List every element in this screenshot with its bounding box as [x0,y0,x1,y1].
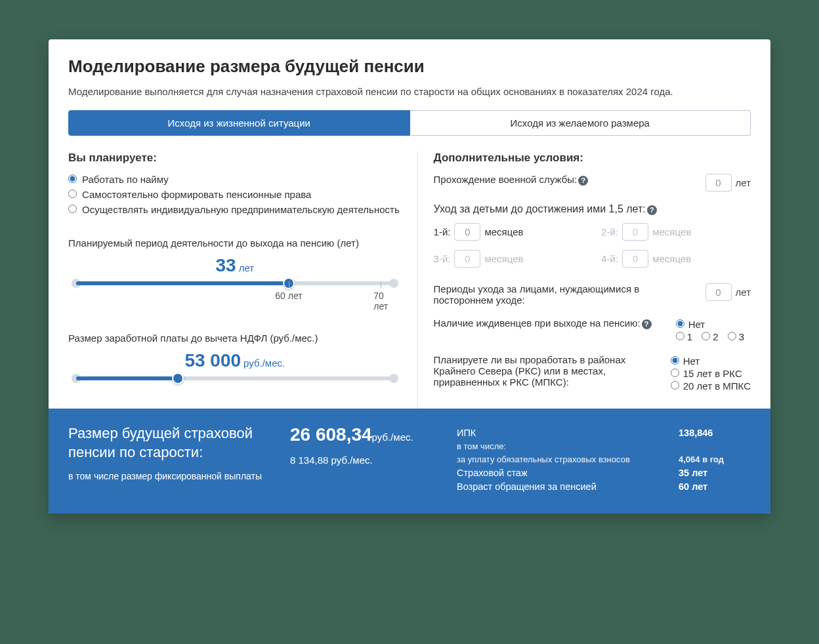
dep-2[interactable]: 2 [702,331,718,342]
result-title: Размер будущей страховой пенсии по старо… [68,424,272,462]
tab-desired-amount[interactable]: Исходя из желаемого размера [410,110,751,136]
plan-radios: Работать по найму Самостоятельно формиро… [68,174,402,215]
stazh-label: Страховой стаж [457,468,679,478]
mode-tabs: Исходя из жизненной ситуации Исходя из ж… [68,110,751,136]
child-4: 4-й:месяцев [601,250,751,268]
slider-max-icon [389,374,398,383]
result-panel: Размер будущей страховой пенсии по старо… [49,409,770,513]
contrib-value: 4,064 в год [679,454,751,464]
period-label: Планируемый период деятельности до выход… [68,237,402,249]
plan-radio-2[interactable] [68,190,77,198]
child-4-input[interactable] [622,250,648,268]
child-2: 2-й:месяцев [601,223,751,241]
child-1-input[interactable] [454,223,480,241]
mark-60: 60 лет [275,291,302,301]
age-label: Возраст обращения за пенсией [457,481,679,492]
dep-no[interactable]: Нет [676,319,751,330]
help-icon[interactable]: ? [642,319,652,329]
right-column: Дополнительные условия: Прохождение воен… [417,151,751,409]
childcare-label: Уход за детьми до достижения ими 1,5 лет… [434,203,751,215]
salary-label: Размер заработной платы до вычета НДФЛ (… [68,332,402,344]
stazh-value: 35 лет [679,468,751,478]
period-value: 33лет [68,255,402,276]
north-no[interactable]: Нет [671,355,751,367]
age-value: 60 лет [679,481,751,492]
care-label: Периоды ухода за лицами, нуждающимися в … [434,283,705,306]
salary-thumb[interactable] [172,372,184,384]
left-column: Вы планируете: Работать по найму Самосто… [68,151,417,409]
north-15[interactable]: 15 лет в РКС [671,368,751,379]
mark-70: 70 лет [373,291,388,312]
child-3: 3-й:месяцев [434,250,583,268]
help-icon[interactable]: ? [647,205,657,215]
contrib-label: за уплату обязательных страховых взносов [457,454,679,464]
result-fixed-value: 8 134,88 руб./мес. [290,454,413,466]
north-label: Планируете ли вы проработать в районах К… [434,354,671,388]
plan-opt-self[interactable]: Самостоятельно формировать пенсионные пр… [68,189,402,200]
plan-radio-3[interactable] [68,205,77,213]
result-fixed-label: в том числе размер фиксированной выплаты [68,471,272,481]
military-label: Прохождение военной службы:? [434,174,705,186]
result-amount: 26 608,34руб./мес. [290,424,413,445]
tab-life-situation[interactable]: Исходя из жизненной ситуации [68,110,410,136]
dependents-label: Наличие иждивенцев при выходе на пенсию:… [434,317,676,329]
slider-max-icon [389,279,398,288]
salary-value: 53 000руб./мес. [68,350,402,371]
dep-3[interactable]: 3 [728,331,744,342]
ipk-value: 138,846 [679,428,751,438]
military-input[interactable] [705,174,732,191]
plan-opt-entrepreneur[interactable]: Осуществлять индивидуальную предпринимат… [68,204,402,215]
page-title: Моделирование размера будущей пенсии [68,56,751,77]
extra-heading: Дополнительные условия: [434,151,751,165]
plan-radio-1[interactable] [68,174,77,183]
plan-heading: Вы планируете: [68,151,402,165]
pension-modal: Моделирование размера будущей пенсии Мод… [49,39,770,513]
child-2-input[interactable] [622,223,648,241]
plan-opt-employee[interactable]: Работать по найму [68,174,402,185]
page-subtitle: Моделирование выполняется для случая наз… [68,86,751,97]
period-slider[interactable]: 60 лет 70 лет [68,281,402,310]
child-3-input[interactable] [454,250,480,268]
care-input[interactable] [705,283,732,301]
ipk-label: ИПК [457,428,679,438]
child-1: 1-й:месяцев [434,223,583,241]
salary-slider[interactable] [68,376,402,380]
dep-1[interactable]: 1 [676,331,692,342]
north-20[interactable]: 20 лет в МПКС [671,380,751,392]
help-icon[interactable]: ? [578,176,588,186]
